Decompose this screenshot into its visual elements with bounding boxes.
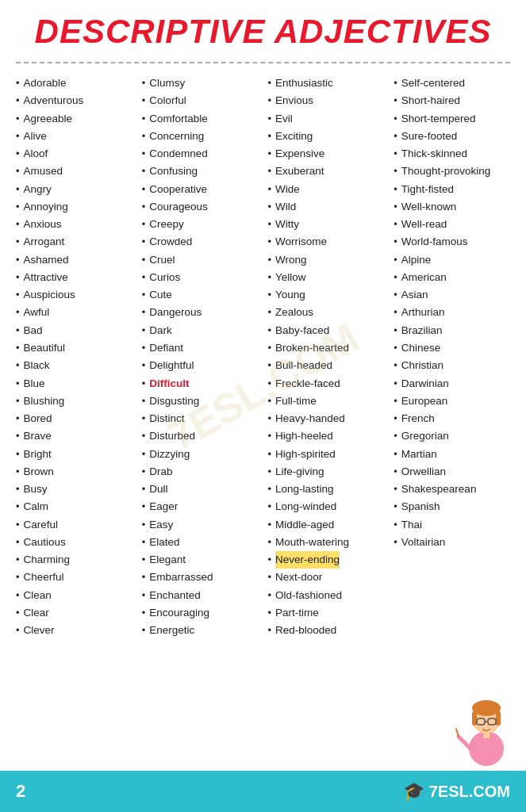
list-item: •Beautiful — [16, 339, 132, 357]
word-label: Cooperative — [149, 181, 207, 198]
bullet-icon: • — [142, 551, 146, 568]
bullet-icon: • — [142, 446, 146, 462]
word-label: Next-door — [275, 569, 322, 586]
word-label: Exuberant — [275, 163, 324, 180]
word-label: Elated — [149, 534, 179, 551]
word-label: Annoying — [24, 198, 68, 216]
bullet-icon: • — [16, 181, 20, 197]
bullet-icon: • — [142, 498, 146, 515]
word-label: Well-known — [401, 198, 457, 216]
bullet-icon: • — [268, 357, 272, 373]
bullet-icon: • — [394, 322, 397, 339]
list-item: •Broken-hearted — [268, 339, 385, 357]
word-label: Long-lasting — [275, 481, 334, 498]
list-item: •Short-tempered — [394, 110, 510, 128]
bullet-icon: • — [268, 551, 272, 568]
word-label: Crowded — [149, 233, 192, 251]
word-label: Orwellian — [401, 463, 446, 481]
word-label: Blue — [24, 375, 45, 393]
bullet-icon: • — [394, 216, 397, 232]
word-label: Worrisome — [275, 233, 327, 251]
list-item: •Courageous — [142, 198, 259, 216]
word-label: Enthusiastic — [275, 75, 333, 92]
list-item: •Calm — [16, 498, 132, 515]
list-item: •Orwellian — [394, 463, 510, 481]
list-item: •Bored — [16, 410, 132, 427]
list-item: •Next-door — [268, 569, 385, 586]
content: 7ESL.COM •Adorable•Adventurous•Agreeable… — [0, 71, 526, 703]
word-label: Evil — [275, 110, 293, 128]
word-label: Cautious — [24, 534, 66, 551]
bullet-icon: • — [268, 251, 272, 268]
list-item: •Full-time — [268, 393, 385, 410]
column-2: •Clumsy•Colorful•Comfortable•Concerning•… — [137, 75, 263, 640]
word-label: Part-time — [275, 604, 319, 622]
word-label: Thai — [401, 516, 422, 534]
word-label: Witty — [275, 216, 299, 233]
word-label: Bright — [24, 446, 52, 463]
list-item: •Careful — [16, 516, 132, 534]
column-1: •Adorable•Adventurous•Agreeable•Alive•Al… — [11, 75, 137, 640]
list-item: •Thick-skinned — [394, 145, 510, 163]
bullet-icon: • — [142, 427, 146, 444]
word-label: Attractive — [24, 269, 68, 286]
bullet-icon: • — [16, 216, 20, 232]
word-label: Auspicious — [24, 286, 75, 304]
list-item: •Expensive — [268, 145, 385, 163]
word-label: Cheerful — [24, 569, 64, 586]
list-item: •Ashamed — [16, 251, 132, 269]
bullet-icon: • — [394, 198, 397, 215]
word-label: Full-time — [275, 393, 317, 410]
bullet-icon: • — [16, 534, 20, 550]
bullet-icon: • — [142, 339, 146, 356]
bullet-icon: • — [142, 251, 146, 268]
list-item: •Long-lasting — [268, 481, 385, 498]
list-item: •Black — [16, 357, 132, 374]
bullet-icon: • — [394, 446, 397, 462]
bullet-icon: • — [394, 181, 397, 197]
bullet-icon: • — [16, 339, 20, 356]
word-label: Middle-aged — [275, 516, 334, 534]
word-label: Martian — [401, 446, 437, 463]
list-item: •Exciting — [268, 128, 385, 145]
list-item: •Aloof — [16, 145, 132, 163]
list-item: •Red-blooded — [268, 622, 385, 639]
list-item: •Condemned — [142, 145, 259, 163]
bullet-icon: • — [16, 286, 20, 303]
word-label: Disgusting — [149, 393, 199, 410]
bullet-icon: • — [142, 92, 146, 109]
bullet-icon: • — [394, 269, 397, 285]
bullet-icon: • — [142, 145, 146, 162]
word-label: Short-haired — [401, 92, 460, 109]
word-label: Clear — [24, 604, 49, 622]
bullet-icon: • — [16, 233, 20, 250]
list-item: •Creepy — [142, 216, 259, 233]
list-item: •Christian — [394, 357, 510, 374]
bullet-icon: • — [394, 304, 397, 320]
list-item: •Anxious — [16, 216, 132, 233]
word-label: Thick-skinned — [401, 145, 467, 163]
list-item: •Arthurian — [394, 304, 510, 321]
bullet-icon: • — [268, 339, 272, 356]
bullet-icon: • — [142, 163, 146, 179]
bullet-icon: • — [268, 516, 272, 533]
word-label: Defiant — [149, 339, 183, 357]
list-item: •Energetic — [142, 622, 259, 639]
list-item: •Angry — [16, 181, 132, 198]
list-item: •Asian — [394, 286, 510, 304]
list-item: •Sure-footed — [394, 128, 510, 145]
list-item: •Attractive — [16, 269, 132, 286]
footer-logo: 🎓 7ESL.COM — [403, 781, 510, 802]
word-label: Embarrassed — [149, 569, 213, 586]
word-label: Long-winded — [275, 498, 336, 515]
word-label: Clean — [24, 587, 52, 604]
list-item: •Thai — [394, 516, 510, 534]
bullet-icon: • — [268, 481, 272, 497]
bullet-icon: • — [142, 622, 146, 638]
list-item: •Disgusting — [142, 393, 259, 410]
list-item: •Worrisome — [268, 233, 385, 251]
bullet-icon: • — [142, 357, 146, 373]
list-item: •Witty — [268, 216, 385, 233]
word-label: Distinct — [149, 410, 184, 427]
word-label: Aloof — [24, 145, 48, 163]
